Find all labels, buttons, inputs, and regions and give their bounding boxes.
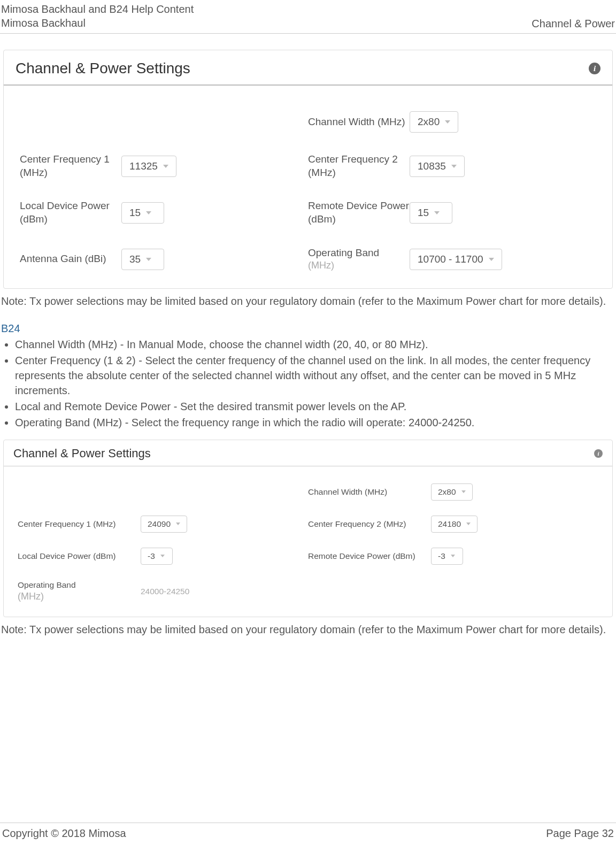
local-device-power-label: Local Device Power (dBm) bbox=[20, 199, 121, 226]
b24-section-label: B24 bbox=[1, 322, 615, 335]
center-frequency-2-value: 24180 bbox=[438, 519, 461, 529]
chevron-down-icon bbox=[146, 258, 151, 261]
center-frequency-2-label: Center Frequency 2 (MHz) bbox=[308, 153, 410, 179]
center-frequency-1-dropdown[interactable]: 11325 bbox=[121, 156, 176, 177]
chevron-down-icon bbox=[489, 258, 494, 261]
channel-width-value: 2x80 bbox=[418, 116, 440, 128]
center-frequency-2-label: Center Frequency 2 (MHz) bbox=[308, 519, 431, 529]
operating-band-value: 24000-24250 bbox=[141, 587, 189, 596]
list-item: Center Frequency (1 & 2) - Select the ce… bbox=[15, 353, 615, 398]
note-text: Note: Tx power selections may be limited… bbox=[1, 293, 615, 310]
chevron-down-icon bbox=[466, 523, 471, 525]
operating-band-dropdown[interactable]: 10700 - 11700 bbox=[410, 249, 502, 270]
local-device-power-dropdown[interactable]: -3 bbox=[141, 548, 173, 565]
channel-width-label: Channel Width (MHz) bbox=[308, 487, 431, 497]
channel-power-settings-panel: Channel & Power Settings i Channel Width… bbox=[3, 50, 613, 289]
chevron-down-icon bbox=[445, 120, 450, 124]
help-content-title: Mimosa Backhaul and B24 Help Content bbox=[1, 2, 194, 16]
list-item: Channel Width (MHz) - In Manual Mode, ch… bbox=[15, 337, 615, 352]
channel-power-settings-panel-b24: Channel & Power Settings i Channel Width… bbox=[3, 440, 613, 618]
panel-title: Channel & Power Settings bbox=[13, 447, 151, 460]
local-device-power-label: Local Device Power (dBm) bbox=[18, 551, 141, 562]
antenna-gain-label: Antenna Gain (dBi) bbox=[20, 252, 121, 266]
chevron-down-icon bbox=[160, 555, 165, 557]
remote-device-power-value: -3 bbox=[438, 551, 445, 561]
local-device-power-value: 15 bbox=[129, 207, 141, 219]
antenna-gain-value: 35 bbox=[129, 253, 141, 265]
chevron-down-icon bbox=[176, 523, 180, 525]
list-item: Local and Remote Device Power - Set the … bbox=[15, 399, 615, 414]
chevron-down-icon bbox=[451, 165, 457, 168]
page-footer: Copyright © 2018 Mimosa Page Page 32 bbox=[0, 823, 616, 840]
info-icon[interactable]: i bbox=[589, 63, 600, 74]
channel-width-dropdown[interactable]: 2x80 bbox=[410, 111, 458, 133]
center-frequency-2-value: 10835 bbox=[418, 160, 446, 172]
operating-band-label: Operating Band (MHz) bbox=[18, 580, 141, 603]
remote-device-power-label: Remote Device Power (dBm) bbox=[308, 551, 431, 562]
chevron-down-icon bbox=[163, 165, 168, 168]
info-icon[interactable]: i bbox=[594, 449, 603, 458]
remote-device-power-label: Remote Device Power (dBm) bbox=[308, 199, 410, 226]
chevron-down-icon bbox=[461, 490, 466, 493]
panel-title: Channel & Power Settings bbox=[16, 60, 190, 77]
chevron-down-icon bbox=[434, 211, 440, 214]
center-frequency-2-dropdown[interactable]: 10835 bbox=[410, 156, 465, 177]
center-frequency-1-label: Center Frequency 1 (MHz) bbox=[18, 519, 141, 529]
section-name: Channel & Power bbox=[532, 18, 615, 30]
channel-width-label: Channel Width (MHz) bbox=[308, 116, 410, 129]
remote-device-power-dropdown[interactable]: 15 bbox=[410, 202, 452, 224]
channel-width-value: 2x80 bbox=[438, 487, 456, 497]
center-frequency-2-dropdown[interactable]: 24180 bbox=[431, 516, 478, 533]
center-frequency-1-label: Center Frequency 1 (MHz) bbox=[20, 153, 121, 179]
operating-band-label: Operating Band (MHz) bbox=[308, 247, 410, 272]
operating-band-value: 10700 - 11700 bbox=[418, 253, 483, 265]
remote-device-power-dropdown[interactable]: -3 bbox=[431, 548, 463, 565]
note-text: Note: Tx power selections may be limited… bbox=[1, 621, 615, 638]
copyright-text: Copyright © 2018 Mimosa bbox=[2, 827, 126, 840]
center-frequency-1-value: 11325 bbox=[129, 160, 158, 172]
b24-bullet-list: Channel Width (MHz) - In Manual Mode, ch… bbox=[15, 337, 615, 430]
chevron-down-icon bbox=[146, 211, 151, 214]
list-item: Operating Band (MHz) - Select the freque… bbox=[15, 415, 615, 430]
channel-width-dropdown[interactable]: 2x80 bbox=[431, 483, 473, 501]
page-number: Page Page 32 bbox=[546, 827, 614, 840]
local-device-power-value: -3 bbox=[148, 551, 155, 561]
chevron-down-icon bbox=[451, 555, 455, 557]
page-header: Mimosa Backhaul and B24 Help Content Mim… bbox=[0, 0, 616, 34]
center-frequency-1-dropdown[interactable]: 24090 bbox=[141, 516, 187, 533]
antenna-gain-dropdown[interactable]: 35 bbox=[121, 249, 164, 270]
local-device-power-dropdown[interactable]: 15 bbox=[121, 202, 164, 224]
remote-device-power-value: 15 bbox=[418, 207, 429, 219]
center-frequency-1-value: 24090 bbox=[148, 519, 171, 529]
help-content-subtitle: Mimosa Backhaul bbox=[1, 16, 194, 30]
